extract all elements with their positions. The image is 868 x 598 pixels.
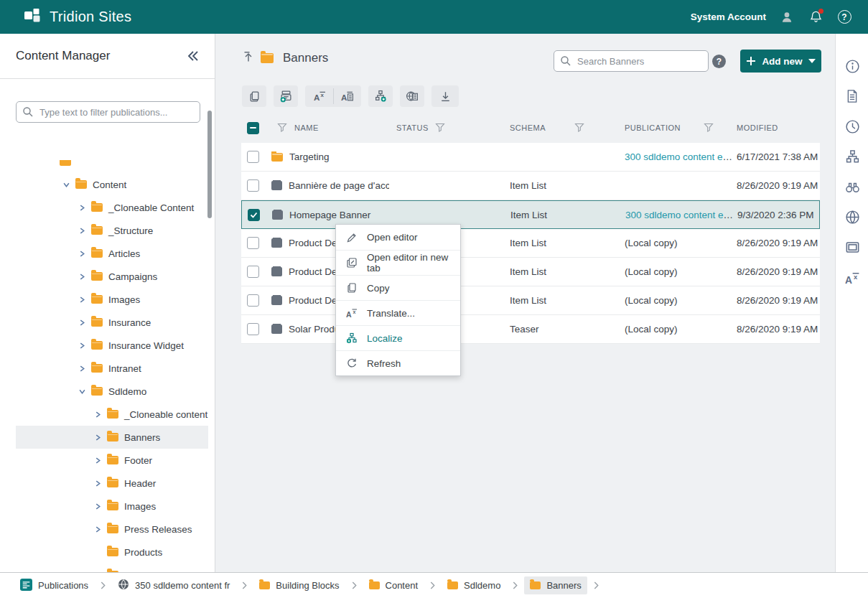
column-header-publication[interactable]: PUBLICATION [625, 123, 681, 132]
where-used-binoculars-icon[interactable] [836, 174, 868, 199]
translate-icon[interactable]: Ax [306, 90, 333, 103]
tree-item-images[interactable]: Images [0, 288, 215, 311]
preview-window-icon[interactable] [836, 235, 868, 259]
chevron-right-icon[interactable] [93, 432, 103, 442]
list-help-icon[interactable]: ? [712, 55, 726, 68]
translate-button-group[interactable]: Ax A [305, 85, 361, 107]
tree-item-products[interactable]: Products [0, 541, 215, 564]
new-translation-job-button[interactable] [274, 85, 298, 107]
chevron-right-icon[interactable] [77, 271, 87, 281]
menu-item-refresh[interactable]: Refresh [336, 350, 460, 375]
table-row-targeting[interactable]: Targeting 300 sdldemo content en... 6/17… [241, 143, 820, 172]
breadcrumb-banners[interactable]: Banners [524, 576, 587, 594]
row-checkbox[interactable] [247, 323, 259, 335]
publication-filter-input[interactable] [16, 101, 200, 123]
notifications-bell-icon[interactable] [808, 9, 823, 25]
tree-scrollbar[interactable] [207, 111, 212, 218]
app-logo[interactable]: Tridion Sites [24, 6, 131, 27]
table-row-product-1[interactable]: Product Det Item List (Local copy) 8/26/… [241, 229, 820, 258]
column-header-schema[interactable]: SCHEMA [510, 123, 546, 132]
tree-item-sdldemo[interactable]: Sdldemo [0, 380, 215, 403]
tree-item-insurance[interactable]: Insurance [0, 311, 215, 334]
chevron-right-icon[interactable] [93, 478, 103, 488]
tree-item-cloneable-content[interactable]: _Cloneable Content [0, 196, 215, 219]
breadcrumb-content[interactable]: Content [363, 576, 424, 594]
tree-item-structure[interactable]: _Structure [0, 219, 215, 242]
menu-item-open-editor-new-tab[interactable]: Open editor in new tab [336, 250, 460, 275]
tree-item-insurance-widget[interactable]: Insurance Widget [0, 334, 215, 357]
row-checkbox[interactable] [247, 266, 259, 278]
table-row-product-2[interactable]: Product Det Item List (Local copy) 8/26/… [241, 258, 820, 286]
download-button[interactable] [431, 85, 459, 107]
table-row-solar-product[interactable]: Solar Produc Teaser (Local copy) 8/26/20… [241, 315, 820, 344]
tree-item-partial[interactable] [0, 160, 215, 173]
column-header-name[interactable]: NAME [294, 123, 319, 132]
globe-icon[interactable] [836, 205, 868, 229]
row-checkbox-checked[interactable] [248, 209, 260, 221]
menu-item-copy[interactable]: Copy [336, 275, 460, 300]
publication-link[interactable]: 300 sdldemo content en... [625, 151, 734, 162]
history-clock-icon[interactable] [836, 114, 868, 139]
menu-item-open-editor[interactable]: Open editor [336, 225, 460, 250]
table-row-product-3[interactable]: Product Det Item List (Local copy) 8/26/… [241, 286, 820, 315]
breadcrumb-publications[interactable]: Publications [14, 575, 94, 597]
tree-item-campaigns[interactable]: Campaigns [0, 265, 215, 288]
tree-item-banners[interactable]: Banners [0, 426, 215, 449]
menu-item-translate[interactable]: Ax Translate... [336, 300, 460, 325]
collapse-sidebar-icon[interactable] [185, 47, 202, 65]
translate-icon[interactable]: Ax [836, 266, 868, 290]
schema-filter-icon[interactable] [574, 123, 584, 133]
info-icon[interactable] [836, 54, 868, 78]
publication-filter-icon[interactable] [704, 123, 714, 133]
tree-item-cloneable-content-sdl[interactable]: _Cloneable content [0, 403, 215, 426]
chevron-right-icon[interactable] [77, 340, 87, 350]
blueprint-hierarchy-icon[interactable] [836, 144, 868, 169]
tree-item-intranet[interactable]: Intranet [0, 357, 215, 380]
table-row-homepage-banner[interactable]: Homepage Banner Item List 300 sdldemo co… [241, 200, 820, 229]
globe-document-button[interactable] [400, 85, 424, 107]
tree-item-tridion-docs[interactable]: Tridion Docs [0, 564, 215, 572]
row-checkbox[interactable] [247, 237, 259, 249]
chevron-right-icon[interactable] [93, 455, 103, 465]
chevron-down-icon[interactable] [77, 386, 87, 396]
tree-item-articles[interactable]: Articles [0, 242, 215, 265]
table-row-banniere[interactable]: Bannière de page d'acc... Item List 8/26… [241, 172, 820, 200]
column-header-status[interactable]: STATUS [396, 123, 429, 132]
add-new-button[interactable]: Add new [740, 50, 821, 73]
tree-item-images-sdl[interactable]: Images [0, 495, 215, 518]
tree-item-press-releases[interactable]: Press Releases [0, 518, 215, 541]
chevron-right-icon[interactable] [77, 294, 87, 304]
chevron-right-icon[interactable] [77, 248, 87, 258]
chevron-right-icon[interactable] [93, 501, 103, 511]
row-checkbox[interactable] [247, 179, 259, 192]
chevron-right-icon[interactable] [77, 363, 87, 373]
tree-item-footer[interactable]: Footer [0, 449, 215, 472]
breadcrumb-sdldemo[interactable]: Sdldemo [442, 576, 506, 594]
user-name[interactable]: System Account [691, 11, 766, 22]
translation-list-icon[interactable]: A [334, 90, 361, 103]
copy-button[interactable] [242, 85, 266, 107]
chevron-right-icon[interactable] [77, 317, 87, 327]
breadcrumb-building-blocks[interactable]: Building Blocks [253, 576, 345, 594]
chevron-right-icon[interactable] [77, 202, 87, 212]
go-to-parent-icon[interactable] [242, 50, 255, 65]
chevron-right-icon[interactable] [93, 524, 103, 534]
tree-item-content[interactable]: Content [0, 173, 215, 196]
document-icon[interactable] [836, 84, 868, 108]
search-banners-input[interactable] [554, 50, 709, 72]
select-all-checkbox[interactable] [247, 122, 259, 134]
chevron-right-icon[interactable] [77, 225, 87, 235]
localize-button[interactable] [368, 85, 393, 107]
column-header-modified[interactable]: MODIFIED [737, 123, 778, 132]
chevron-right-icon[interactable] [93, 409, 103, 419]
row-checkbox[interactable] [247, 151, 259, 163]
help-icon[interactable]: ? [836, 9, 852, 25]
publication-link[interactable]: 300 sdldemo content en... [625, 210, 734, 220]
status-filter-icon[interactable] [435, 123, 445, 133]
chevron-down-icon[interactable] [61, 179, 71, 190]
row-checkbox[interactable] [247, 294, 259, 307]
user-avatar-icon[interactable] [779, 9, 795, 25]
breadcrumb-publication-350[interactable]: 350 sdldemo content fr [112, 575, 235, 596]
tree-item-header[interactable]: Header [0, 472, 215, 495]
menu-item-localize[interactable]: Localize [336, 325, 460, 350]
